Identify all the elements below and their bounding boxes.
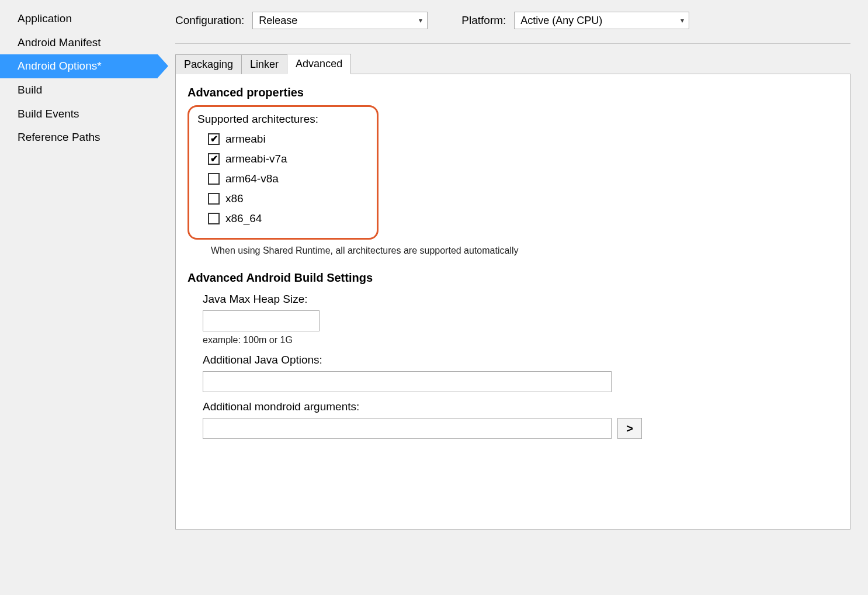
sidebar-item-build-events[interactable]: Build Events: [0, 102, 158, 126]
mondroid-expand-button[interactable]: >: [617, 418, 642, 439]
additional-mondroid-arguments-input[interactable]: [203, 418, 612, 439]
sidebar-item-reference-paths[interactable]: Reference Paths: [0, 126, 158, 150]
platform-value: Active (Any CPU): [520, 15, 602, 27]
platform-label: Platform:: [461, 14, 506, 27]
architectures-helper-text: When using Shared Runtime, all architect…: [211, 245, 838, 256]
arch-item-armeabi-v7a: armeabi-v7a: [208, 153, 318, 165]
configuration-value: Release: [259, 15, 297, 27]
arch-label-arm64-v8a: arm64-v8a: [225, 172, 279, 185]
tab-advanced[interactable]: Advanced: [287, 54, 351, 74]
java-max-heap-example: example: 100m or 1G: [203, 335, 838, 345]
additional-java-options-label: Additional Java Options:: [203, 354, 838, 366]
sidebar-item-build[interactable]: Build: [0, 78, 158, 102]
additional-java-options-input[interactable]: [203, 371, 612, 392]
arch-checkbox-x86[interactable]: [208, 193, 220, 205]
architecture-list: armeabi armeabi-v7a arm64-v8a x86: [197, 133, 318, 225]
arch-label-armeabi-v7a: armeabi-v7a: [225, 153, 287, 165]
arch-item-x86-64: x86_64: [208, 212, 318, 225]
chevron-down-icon: ▾: [419, 16, 422, 25]
configuration-select[interactable]: Release ▾: [252, 12, 428, 29]
main-panel: Configuration: Release ▾ Platform: Activ…: [158, 0, 868, 595]
arch-checkbox-armeabi[interactable]: [208, 133, 220, 145]
arch-item-x86: x86: [208, 192, 318, 205]
arrow-right-icon: >: [626, 422, 633, 435]
arch-item-armeabi: armeabi: [208, 133, 318, 146]
arch-checkbox-armeabi-v7a[interactable]: [208, 153, 220, 165]
java-max-heap-input[interactable]: [203, 310, 320, 331]
arch-checkbox-x86-64[interactable]: [208, 213, 220, 224]
sidebar-item-android-options[interactable]: Android Options*: [0, 54, 158, 78]
sidebar-item-application[interactable]: Application: [0, 7, 158, 31]
advanced-tab-panel: Advanced properties Supported architectu…: [175, 74, 850, 530]
advanced-properties-title: Advanced properties: [188, 86, 838, 99]
supported-architectures-label: Supported architectures:: [197, 113, 318, 126]
arch-label-armeabi: armeabi: [225, 133, 266, 146]
arch-checkbox-arm64-v8a[interactable]: [208, 173, 220, 185]
supported-architectures-highlight: Supported architectures: armeabi armeabi…: [188, 105, 379, 240]
tab-packaging[interactable]: Packaging: [175, 54, 242, 74]
additional-mondroid-arguments-label: Additional mondroid arguments:: [203, 400, 838, 413]
platform-select[interactable]: Active (Any CPU) ▾: [514, 12, 689, 29]
arch-item-arm64-v8a: arm64-v8a: [208, 172, 318, 185]
tab-linker[interactable]: Linker: [241, 54, 287, 74]
sidebar: Application Android Manifest Android Opt…: [0, 0, 158, 595]
config-platform-row: Configuration: Release ▾ Platform: Activ…: [175, 12, 850, 44]
arch-label-x86-64: x86_64: [225, 212, 262, 225]
advanced-build-settings-title: Advanced Android Build Settings: [188, 271, 838, 285]
sidebar-item-android-manifest[interactable]: Android Manifest: [0, 31, 158, 55]
java-max-heap-label: Java Max Heap Size:: [203, 293, 838, 306]
configuration-label: Configuration:: [175, 14, 244, 27]
chevron-down-icon: ▾: [680, 16, 684, 25]
tab-strip: Packaging Linker Advanced: [175, 53, 850, 74]
arch-label-x86: x86: [225, 192, 244, 205]
